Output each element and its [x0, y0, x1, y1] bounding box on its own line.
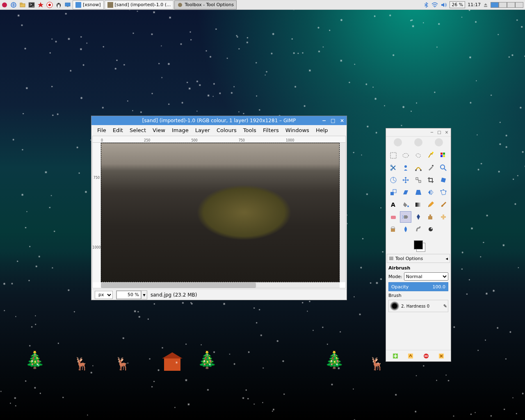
logo-icon[interactable] [45, 0, 54, 9]
menu-select[interactable]: Select [126, 126, 149, 135]
monitor-icon[interactable] [63, 0, 72, 9]
menu-help[interactable]: Help [313, 126, 331, 135]
foreground-select-tool[interactable] [400, 162, 411, 173]
rect-select-tool[interactable] [388, 150, 399, 161]
workspace-switcher[interactable] [491, 2, 523, 8]
minimize-button[interactable]: − [429, 130, 434, 135]
horizontal-scrollbar[interactable] [101, 282, 340, 288]
detach-icon[interactable]: ◂ [445, 256, 448, 261]
xsnow-deer: 🦌 [369, 356, 384, 371]
gimp-titlebar[interactable]: [sand] (imported)-1.0 (RGB colour, 1 lay… [91, 116, 347, 125]
gimp-toolbox-window: − □ × A [386, 128, 451, 362]
options-icon [389, 256, 394, 261]
close-button[interactable]: × [444, 130, 449, 135]
flip-tool[interactable] [425, 187, 436, 198]
free-select-tool[interactable] [413, 150, 424, 161]
zoom-field[interactable] [116, 291, 141, 299]
move-tool[interactable] [400, 174, 411, 186]
opacity-slider[interactable]: Opacity 100.0 [388, 282, 448, 291]
svg-rect-14 [67, 6, 68, 7]
battery-indicator[interactable]: 26 % [450, 1, 465, 8]
fg-bg-color[interactable] [386, 237, 451, 253]
toolbox-titlebar[interactable]: − □ × [386, 128, 451, 137]
svg-line-38 [393, 180, 395, 181]
unit-select[interactable]: px [95, 291, 113, 299]
paintbrush-tool[interactable] [438, 199, 449, 210]
vertical-scrollbar[interactable] [340, 143, 345, 282]
menu-filters[interactable]: Filters [260, 126, 282, 135]
delete-preset-icon[interactable] [422, 352, 430, 360]
by-color-select-tool[interactable] [438, 150, 449, 161]
star-icon[interactable] [36, 0, 45, 9]
align-tool[interactable] [413, 174, 424, 186]
brush-edit-icon[interactable]: ✎ [443, 304, 447, 309]
task-gimp-toolbox[interactable]: Toolbox - Tool Options [174, 0, 237, 9]
perspective-tool[interactable] [413, 187, 424, 198]
text-tool[interactable]: A [388, 199, 399, 210]
xsnow-house [164, 358, 180, 371]
menu-view[interactable]: View [149, 126, 169, 135]
eject-icon[interactable] [483, 2, 488, 7]
color-picker-tool[interactable] [425, 162, 436, 173]
close-button[interactable]: × [339, 118, 345, 123]
menu-edit[interactable]: Edit [110, 126, 126, 135]
fuzzy-select-tool[interactable] [425, 150, 436, 161]
scale-tool[interactable] [388, 187, 399, 198]
ruler-vertical[interactable]: 7501000 [93, 143, 101, 282]
pencil-tool[interactable] [425, 199, 436, 210]
maximize-button[interactable]: □ [437, 130, 442, 135]
clone-tool[interactable] [425, 211, 436, 223]
airbrush-tool[interactable] [400, 211, 411, 223]
browser-icon[interactable] [9, 0, 18, 9]
menu-windows[interactable]: Windows [282, 126, 313, 135]
menu-image[interactable]: Image [169, 126, 192, 135]
save-preset-icon[interactable] [391, 352, 399, 360]
bluetooth-icon[interactable] [423, 2, 429, 8]
minimize-button[interactable]: − [321, 118, 327, 123]
menu-layer[interactable]: Layer [192, 126, 213, 135]
scissors-tool[interactable] [388, 162, 399, 173]
dodge-burn-tool[interactable] [425, 224, 436, 235]
mode-select[interactable]: Normal [404, 272, 448, 281]
task-gimp-image[interactable]: [sand] (imported)-1.0 (... [105, 0, 174, 9]
ink-tool[interactable] [413, 211, 424, 223]
eraser-tool[interactable] [388, 211, 399, 223]
task-xsnow[interactable]: [xsnow] [73, 0, 104, 9]
maximize-button[interactable]: □ [330, 118, 336, 123]
menu-colours[interactable]: Colours [213, 126, 240, 135]
zoom-tool[interactable] [438, 162, 449, 173]
wifi-icon[interactable] [431, 2, 438, 8]
paths-tool[interactable] [413, 162, 424, 173]
blur-tool[interactable] [400, 224, 411, 235]
ruler-horizontal[interactable]: 02505007501000 [93, 136, 345, 143]
brush-selector[interactable]: 2. Hardness 0 ✎ [388, 300, 448, 312]
smudge-tool[interactable] [413, 224, 424, 235]
restore-preset-icon[interactable] [406, 352, 415, 360]
files-icon[interactable] [18, 0, 27, 9]
image-canvas[interactable] [101, 143, 340, 282]
ellipse-select-tool[interactable] [400, 150, 411, 161]
zoom-dropdown-icon[interactable]: ▾ [141, 291, 147, 299]
shear-tool[interactable] [400, 187, 411, 198]
menu-file[interactable]: File [94, 126, 110, 135]
measure-tool[interactable] [388, 174, 399, 186]
crop-tool[interactable] [425, 174, 436, 186]
reset-preset-icon[interactable] [437, 352, 445, 360]
tool-options-header[interactable]: Tool Options ◂ [387, 254, 450, 263]
clock[interactable]: 11:17 [468, 2, 481, 7]
svg-rect-59 [391, 228, 395, 232]
bucket-fill-tool[interactable] [400, 199, 411, 210]
gimp-image-window: [sand] (imported)-1.0 (RGB colour, 1 lay… [91, 116, 347, 300]
app-menu-icon[interactable] [0, 0, 9, 9]
terminal-icon[interactable]: >_ [27, 0, 36, 9]
tux-icon[interactable] [54, 0, 63, 9]
rotate-tool[interactable] [438, 174, 449, 186]
perspective-clone-tool[interactable] [388, 224, 399, 235]
cage-tool[interactable] [438, 187, 449, 198]
volume-icon[interactable] [441, 2, 447, 8]
blend-tool[interactable] [413, 199, 424, 210]
svg-point-0 [2, 2, 7, 7]
menu-tools[interactable]: Tools [240, 126, 260, 135]
heal-tool[interactable] [438, 211, 449, 223]
svg-text:>_: >_ [30, 3, 34, 7]
